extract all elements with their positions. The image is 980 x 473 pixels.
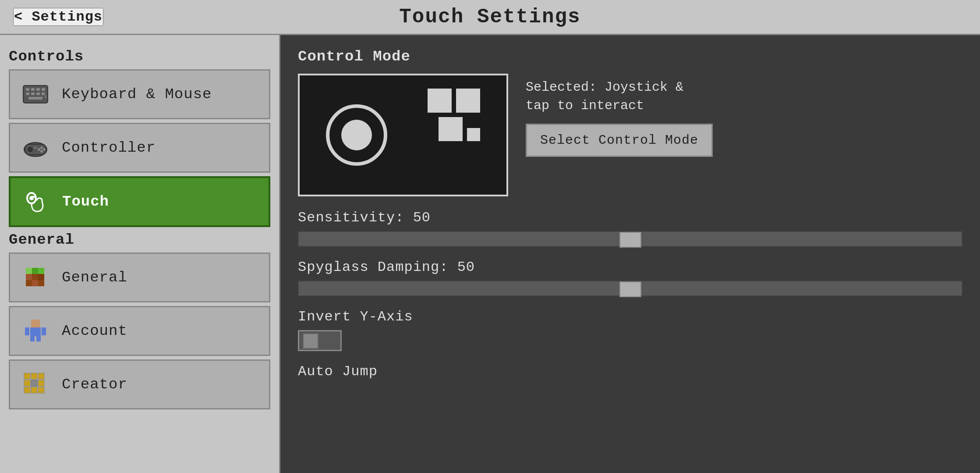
control-mode-preview: [298, 74, 508, 196]
content-area: Control Mode: [280, 35, 980, 473]
svg-rect-6: [31, 92, 35, 95]
sensitivity-slider[interactable]: [298, 231, 962, 247]
spyglass-thumb[interactable]: [619, 281, 641, 297]
invert-y-setting: Invert Y-Axis: [298, 309, 962, 351]
select-control-mode-button[interactable]: Select Control Mode: [526, 124, 713, 157]
svg-rect-9: [28, 97, 42, 100]
sensitivity-setting: Sensitivity: 50: [298, 210, 962, 247]
sidebar-item-account-label: Account: [62, 323, 127, 339]
svg-rect-42: [38, 380, 44, 386]
game-button-b: [456, 89, 480, 113]
spyglass-slider[interactable]: [298, 281, 962, 296]
svg-rect-44: [31, 387, 37, 393]
game-button-c: [439, 117, 463, 141]
game-button-d: [467, 128, 480, 141]
general-section-label: General: [9, 231, 270, 248]
svg-rect-32: [30, 327, 41, 336]
svg-rect-5: [26, 92, 29, 95]
svg-rect-24: [26, 274, 32, 280]
svg-rect-38: [31, 373, 37, 379]
invert-y-thumb: [303, 333, 318, 349]
sensitivity-thumb[interactable]: [619, 232, 641, 248]
svg-rect-26: [38, 268, 44, 274]
svg-rect-7: [36, 92, 40, 95]
svg-rect-27: [38, 274, 44, 280]
svg-rect-1: [26, 88, 29, 91]
keyboard-icon: [20, 78, 51, 110]
control-mode-row: Selected: Joystick & tap to interact Sel…: [298, 74, 962, 196]
svg-rect-4: [42, 88, 45, 91]
svg-rect-34: [36, 336, 41, 341]
game-button-a: [428, 89, 452, 113]
sidebar-item-account[interactable]: Account: [9, 306, 270, 356]
page-title: Touch Settings: [399, 6, 580, 28]
sidebar-item-creator[interactable]: Creator: [9, 359, 270, 409]
controls-section-label: Controls: [9, 48, 270, 65]
button-row-1: [428, 89, 480, 113]
svg-rect-28: [26, 280, 32, 286]
svg-rect-41: [31, 380, 37, 386]
svg-point-16: [38, 148, 40, 151]
general-icon: [20, 262, 51, 293]
buttons-graphic: [428, 89, 480, 141]
back-button[interactable]: < Settings: [13, 8, 103, 26]
control-mode-title: Control Mode: [298, 48, 962, 65]
main-layout: Controls: [0, 35, 980, 473]
svg-point-15: [40, 146, 43, 149]
svg-rect-37: [24, 373, 30, 379]
svg-rect-23: [32, 268, 38, 274]
invert-y-toggle[interactable]: [298, 330, 342, 351]
controller-icon: [20, 132, 51, 164]
svg-point-17: [40, 150, 43, 153]
sidebar-item-keyboard-mouse-label: Keyboard & Mouse: [62, 86, 212, 103]
header: < Settings Touch Settings: [0, 0, 980, 35]
sidebar-item-touch-label: Touch: [62, 193, 109, 210]
sidebar-item-touch[interactable]: Touch: [9, 176, 270, 227]
invert-y-label: Invert Y-Axis: [298, 309, 962, 325]
svg-rect-45: [38, 387, 44, 393]
svg-rect-31: [31, 320, 40, 327]
sidebar-item-keyboard-mouse[interactable]: Keyboard & Mouse: [9, 69, 270, 119]
account-icon: [20, 315, 51, 347]
sensitivity-label: Sensitivity: 50: [298, 210, 962, 226]
svg-rect-25: [32, 274, 38, 280]
joystick-graphic: [326, 104, 387, 166]
sidebar-item-creator-label: Creator: [62, 376, 127, 393]
svg-rect-29: [32, 280, 38, 286]
svg-rect-3: [36, 88, 40, 91]
svg-rect-35: [25, 327, 29, 335]
invert-y-toggle-container: [298, 330, 962, 351]
svg-rect-33: [30, 336, 35, 341]
svg-rect-36: [42, 327, 46, 335]
sidebar-item-general[interactable]: General: [9, 253, 270, 302]
svg-rect-39: [38, 373, 44, 379]
control-mode-right: Selected: Joystick & tap to interact Sel…: [526, 74, 713, 157]
sidebar-item-general-label: General: [62, 269, 127, 286]
button-row-2: [428, 117, 480, 141]
svg-rect-40: [24, 380, 30, 386]
joystick-inner: [341, 120, 372, 150]
touch-icon: [20, 186, 52, 217]
sidebar-item-controller-label: Controller: [62, 139, 156, 156]
selected-mode-label: Selected: Joystick & tap to interact: [526, 78, 692, 115]
joystick-outer: [326, 104, 387, 166]
auto-jump-setting: Auto Jump: [298, 363, 962, 380]
svg-rect-2: [31, 88, 35, 91]
auto-jump-label: Auto Jump: [298, 363, 962, 380]
sidebar: Controls: [0, 35, 280, 473]
sidebar-item-controller[interactable]: Controller: [9, 123, 270, 173]
spyglass-label: Spyglass Damping: 50: [298, 259, 962, 275]
svg-rect-19: [34, 147, 37, 149]
svg-rect-22: [26, 268, 32, 274]
creator-icon: [20, 369, 51, 400]
svg-point-18: [43, 148, 46, 151]
svg-rect-43: [24, 387, 30, 393]
svg-rect-30: [38, 280, 44, 286]
svg-point-14: [27, 146, 33, 153]
spyglass-setting: Spyglass Damping: 50: [298, 259, 962, 296]
